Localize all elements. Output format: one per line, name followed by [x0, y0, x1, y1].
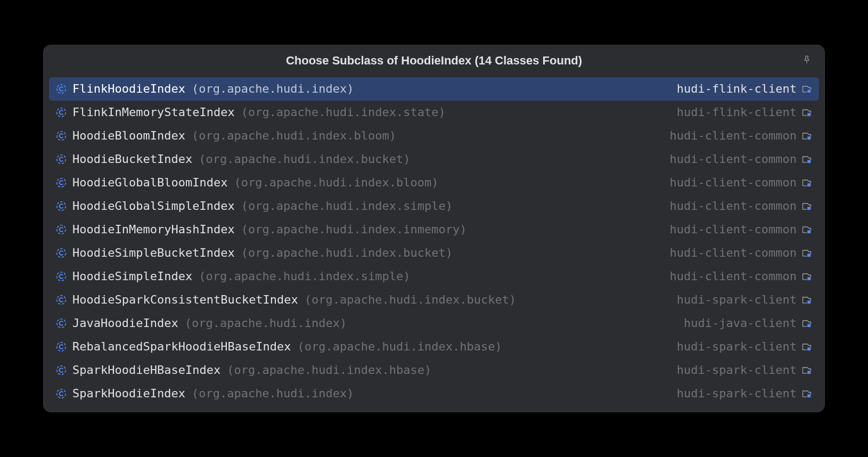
- list-item[interactable]: RebalancedSparkHoodieHBaseIndex(org.apac…: [49, 335, 819, 358]
- svg-point-19: [57, 296, 66, 305]
- svg-rect-20: [807, 300, 811, 304]
- list-item[interactable]: HoodieInMemoryHashIndex(org.apache.hudi.…: [49, 218, 819, 241]
- item-right: hudi-client-common: [670, 151, 813, 168]
- svg-point-23: [57, 342, 66, 352]
- package-name: (org.apache.hudi.index): [192, 80, 354, 97]
- item-left: HoodieInMemoryHashIndex(org.apache.hudi.…: [72, 221, 661, 238]
- class-name: FlinkInMemoryStateIndex: [72, 104, 235, 121]
- list-item[interactable]: HoodieSimpleIndex(org.apache.hudi.index.…: [49, 265, 819, 288]
- pin-icon: [802, 55, 812, 64]
- item-right: hudi-client-common: [670, 174, 813, 191]
- package-name: (org.apache.hudi.index.bloom): [192, 127, 396, 144]
- svg-rect-22: [807, 324, 811, 328]
- list-item[interactable]: JavaHoodieIndex(org.apache.hudi.index)hu…: [49, 312, 819, 335]
- svg-rect-14: [807, 230, 811, 234]
- package-name: (org.apache.hudi.index.bucket): [305, 291, 516, 308]
- module-folder-icon: [801, 294, 813, 306]
- svg-point-27: [57, 389, 66, 398]
- class-name: HoodieGlobalSimpleIndex: [72, 198, 235, 215]
- svg-rect-16: [807, 254, 811, 257]
- package-name: (org.apache.hudi.index.simple): [199, 268, 410, 285]
- item-right: hudi-client-common: [670, 198, 813, 215]
- class-chooser-popup: Choose Subclass of HoodieIndex (14 Class…: [43, 45, 825, 412]
- module-name: hudi-flink-client: [677, 80, 797, 97]
- item-left: FlinkInMemoryStateIndex(org.apache.hudi.…: [72, 104, 668, 121]
- module-folder-icon: [801, 177, 813, 189]
- list-item[interactable]: FlinkInMemoryStateIndex(org.apache.hudi.…: [49, 101, 819, 124]
- class-icon: [55, 271, 67, 282]
- list-item[interactable]: SparkHoodieIndex(org.apache.hudi.index)h…: [49, 382, 819, 405]
- class-icon: [55, 83, 67, 95]
- svg-rect-26: [807, 371, 811, 374]
- class-icon: [55, 130, 67, 142]
- svg-point-7: [57, 155, 66, 164]
- module-folder-icon: [801, 388, 813, 399]
- svg-point-1: [57, 85, 66, 94]
- module-folder-icon: [801, 200, 813, 212]
- module-folder-icon: [801, 364, 813, 376]
- package-name: (org.apache.hudi.index): [185, 315, 347, 332]
- svg-rect-18: [807, 277, 811, 281]
- pin-button[interactable]: [800, 53, 814, 67]
- item-right: hudi-spark-client: [677, 362, 813, 379]
- list-item[interactable]: HoodieGlobalBloomIndex(org.apache.hudi.i…: [49, 171, 819, 194]
- module-folder-icon: [801, 247, 813, 259]
- svg-point-9: [57, 178, 66, 187]
- module-name: hudi-java-client: [684, 315, 797, 332]
- package-name: (org.apache.hudi.index.bloom): [234, 174, 438, 191]
- module-name: hudi-spark-client: [677, 291, 797, 308]
- module-folder-icon: [801, 271, 813, 282]
- module-name: hudi-client-common: [670, 127, 797, 144]
- class-icon: [55, 341, 67, 353]
- class-icon: [55, 317, 67, 329]
- item-left: HoodieBloomIndex(org.apache.hudi.index.b…: [72, 127, 661, 144]
- module-name: hudi-client-common: [670, 151, 797, 168]
- package-name: (org.apache.hudi.index.inmemory): [241, 221, 467, 238]
- package-name: (org.apache.hudi.index.bucket): [241, 244, 453, 262]
- module-name: hudi-client-common: [670, 244, 797, 262]
- list-item[interactable]: FlinkHoodieIndex(org.apache.hudi.index)h…: [49, 77, 819, 101]
- class-icon: [55, 107, 67, 118]
- class-icon: [55, 200, 67, 212]
- item-right: hudi-client-common: [670, 221, 813, 238]
- package-name: (org.apache.hudi.index.bucket): [199, 151, 410, 168]
- class-icon: [55, 388, 67, 399]
- module-name: hudi-client-common: [670, 268, 797, 285]
- svg-point-25: [57, 366, 66, 375]
- svg-rect-10: [807, 183, 811, 187]
- list-item[interactable]: HoodieSimpleBucketIndex(org.apache.hudi.…: [49, 241, 819, 265]
- item-left: JavaHoodieIndex(org.apache.hudi.index): [72, 315, 675, 332]
- class-name: SparkHoodieIndex: [72, 385, 185, 402]
- item-left: SparkHoodieHBaseIndex(org.apache.hudi.in…: [72, 362, 668, 379]
- module-name: hudi-spark-client: [677, 338, 797, 355]
- class-name: SparkHoodieHBaseIndex: [72, 362, 220, 379]
- list-item[interactable]: HoodieGlobalSimpleIndex(org.apache.hudi.…: [49, 194, 819, 218]
- module-folder-icon: [801, 83, 813, 95]
- popup-header: Choose Subclass of HoodieIndex (14 Class…: [44, 45, 824, 77]
- svg-point-11: [57, 202, 66, 211]
- module-name: hudi-client-common: [670, 198, 797, 215]
- class-name: FlinkHoodieIndex: [72, 80, 185, 97]
- module-name: hudi-client-common: [670, 221, 797, 238]
- item-right: hudi-spark-client: [677, 338, 813, 355]
- class-name: HoodieInMemoryHashIndex: [72, 221, 235, 238]
- class-name: HoodieBucketIndex: [72, 151, 192, 168]
- class-name: HoodieBloomIndex: [72, 127, 185, 144]
- module-name: hudi-spark-client: [677, 362, 797, 379]
- list-item[interactable]: HoodieBucketIndex(org.apache.hudi.index.…: [49, 148, 819, 171]
- module-folder-icon: [801, 224, 813, 235]
- list-item[interactable]: HoodieSparkConsistentBucketIndex(org.apa…: [49, 288, 819, 312]
- class-name: HoodieSparkConsistentBucketIndex: [72, 291, 298, 308]
- svg-point-17: [57, 272, 66, 281]
- item-left: RebalancedSparkHoodieHBaseIndex(org.apac…: [72, 338, 668, 355]
- list-item[interactable]: SparkHoodieHBaseIndex(org.apache.hudi.in…: [49, 358, 819, 382]
- svg-point-13: [57, 225, 66, 234]
- item-right: hudi-client-common: [670, 244, 813, 262]
- module-folder-icon: [801, 107, 813, 118]
- list-item[interactable]: HoodieBloomIndex(org.apache.hudi.index.b…: [49, 124, 819, 148]
- module-name: hudi-client-common: [670, 174, 797, 191]
- module-folder-icon: [801, 153, 813, 165]
- module-folder-icon: [801, 317, 813, 329]
- svg-point-3: [57, 108, 66, 117]
- item-left: HoodieGlobalSimpleIndex(org.apache.hudi.…: [72, 198, 661, 215]
